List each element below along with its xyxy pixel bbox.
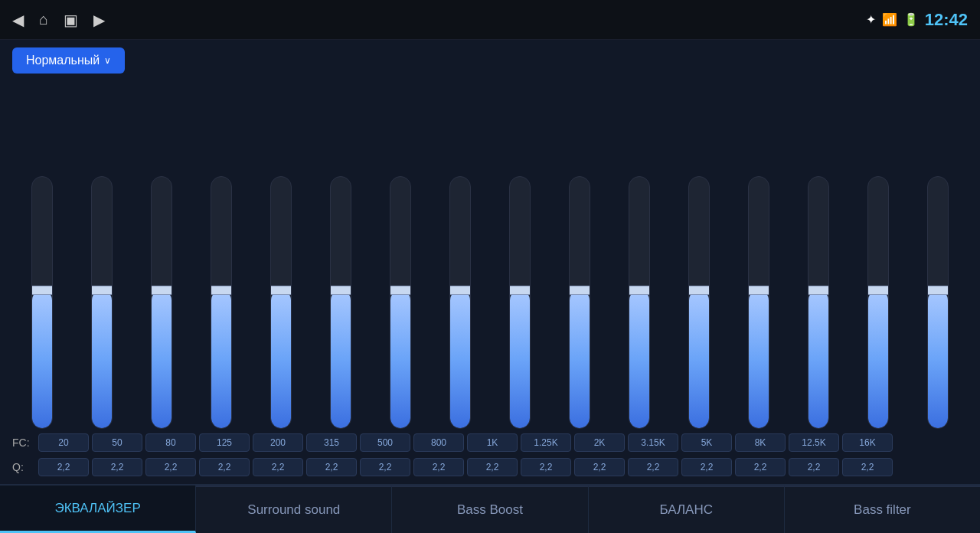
bottom-tabs: ЭКВАЛАЙЗЕРSurround soundBass BoostБАЛАНС…	[0, 484, 980, 533]
slider-col-3.15K	[688, 176, 710, 429]
fc-badge-1K[interactable]: 1K	[467, 433, 518, 452]
nav-icons: ◀ ⌂ ▣ ▶	[12, 11, 105, 29]
tab-bassboost[interactable]: Bass Boost	[392, 486, 588, 533]
slider-track-200[interactable]	[270, 176, 292, 429]
tab-surround[interactable]: Surround sound	[196, 486, 392, 533]
q-badge-1K[interactable]: 2,2	[467, 458, 518, 476]
slider-col-200	[270, 176, 292, 429]
window-icon[interactable]: ▣	[64, 11, 78, 29]
slider-track-125[interactable]	[211, 176, 232, 429]
q-badge-8K[interactable]: 2,2	[735, 458, 786, 476]
fc-row: FC: 2050801252003155008001K1.25K2K3.15K5…	[12, 433, 968, 452]
q-badges: 2,22,22,22,22,22,22,22,22,22,22,22,22,22…	[38, 458, 893, 476]
fc-badge-3.15K[interactable]: 3.15K	[628, 433, 678, 452]
fc-badge-2K[interactable]: 2K	[574, 433, 625, 452]
q-row: Q: 2,22,22,22,22,22,22,22,22,22,22,22,22…	[12, 458, 968, 476]
slider-track-500[interactable]	[390, 176, 411, 429]
q-badge-80[interactable]: 2,2	[145, 458, 196, 476]
slider-fill-1K	[510, 290, 530, 428]
slider-col-80	[151, 176, 172, 429]
slider-thumb-5K[interactable]	[748, 286, 769, 295]
q-badge-200[interactable]: 2,2	[253, 458, 303, 476]
slider-thumb-125[interactable]	[211, 286, 232, 295]
slider-track-12.5K[interactable]	[867, 176, 889, 429]
preset-chevron: ∨	[104, 55, 111, 66]
slider-thumb-80[interactable]	[151, 286, 172, 295]
preset-label: Нормальный	[26, 54, 100, 67]
q-badge-125[interactable]: 2,2	[199, 458, 250, 476]
slider-col-500	[390, 176, 411, 429]
q-badge-20[interactable]: 2,2	[38, 458, 89, 476]
slider-thumb-1.25K[interactable]	[569, 286, 590, 295]
fc-badge-1.25K[interactable]: 1.25K	[521, 433, 571, 452]
fc-badge-12.5K[interactable]: 12.5K	[789, 433, 839, 452]
slider-col-5K	[748, 176, 769, 429]
slider-fill-3.15K	[689, 290, 709, 428]
slider-track-315[interactable]	[330, 176, 351, 429]
slider-track-5K[interactable]	[748, 176, 769, 429]
tab-bassfilter[interactable]: Bass filter	[785, 486, 980, 533]
back-icon[interactable]: ◀	[12, 11, 24, 29]
q-badge-1.25K[interactable]: 2,2	[521, 458, 571, 476]
q-badge-500[interactable]: 2,2	[360, 458, 410, 476]
slider-thumb-500[interactable]	[390, 286, 411, 295]
tab-equalizer[interactable]: ЭКВАЛАЙЗЕР	[0, 486, 196, 533]
slider-thumb-315[interactable]	[330, 286, 351, 295]
slider-track-16K[interactable]	[927, 176, 949, 429]
fc-badge-16K[interactable]: 16K	[842, 433, 893, 452]
slider-fill-80	[152, 290, 172, 428]
q-badge-315[interactable]: 2,2	[306, 458, 357, 476]
slider-thumb-8K[interactable]	[808, 286, 829, 295]
fc-badge-50[interactable]: 50	[92, 433, 142, 452]
slider-track-20[interactable]	[31, 176, 53, 429]
main-area: Нормальный ∨ FC: 2050801252003155008001K…	[0, 40, 980, 484]
slider-col-12.5K	[867, 176, 889, 429]
slider-fill-2K	[629, 290, 649, 428]
q-label: Q:	[12, 461, 35, 473]
fc-badge-80[interactable]: 80	[145, 433, 196, 452]
fc-badge-125[interactable]: 125	[199, 433, 250, 452]
slider-thumb-200[interactable]	[270, 286, 292, 295]
slider-thumb-12.5K[interactable]	[867, 286, 889, 295]
slider-thumb-16K[interactable]	[927, 286, 949, 295]
slider-fill-5K	[749, 290, 769, 428]
home-icon[interactable]: ⌂	[39, 11, 48, 28]
slider-track-1.25K[interactable]	[569, 176, 590, 429]
fc-badge-200[interactable]: 200	[253, 433, 303, 452]
q-badge-50[interactable]: 2,2	[92, 458, 142, 476]
slider-track-2K[interactable]	[629, 176, 650, 429]
slider-track-1K[interactable]	[509, 176, 531, 429]
slider-col-1K	[509, 176, 531, 429]
slider-thumb-1K[interactable]	[509, 286, 531, 295]
play-icon[interactable]: ▶	[93, 11, 105, 29]
fc-badges: 2050801252003155008001K1.25K2K3.15K5K8K1…	[38, 433, 893, 452]
slider-thumb-50[interactable]	[91, 286, 113, 295]
slider-fill-1.25K	[570, 290, 590, 428]
fc-badge-500[interactable]: 500	[360, 433, 410, 452]
q-badge-16K[interactable]: 2,2	[842, 458, 893, 476]
fc-badge-315[interactable]: 315	[306, 433, 357, 452]
fc-badge-20[interactable]: 20	[38, 433, 89, 452]
tab-balance[interactable]: БАЛАНС	[589, 486, 785, 533]
slider-track-3.15K[interactable]	[688, 176, 710, 429]
bluetooth-icon: ✦	[866, 12, 876, 27]
slider-track-800[interactable]	[449, 176, 471, 429]
q-badge-2K[interactable]: 2,2	[574, 458, 625, 476]
slider-thumb-3.15K[interactable]	[688, 286, 710, 295]
slider-fill-200	[271, 290, 291, 428]
wifi-icon: 📶	[882, 12, 897, 27]
fc-badge-8K[interactable]: 8K	[735, 433, 786, 452]
slider-thumb-2K[interactable]	[629, 286, 650, 295]
fc-badge-5K[interactable]: 5K	[681, 433, 732, 452]
slider-track-80[interactable]	[151, 176, 172, 429]
slider-thumb-20[interactable]	[31, 286, 53, 295]
preset-button[interactable]: Нормальный ∨	[12, 47, 125, 74]
q-badge-800[interactable]: 2,2	[413, 458, 464, 476]
slider-thumb-800[interactable]	[449, 286, 471, 295]
slider-track-8K[interactable]	[808, 176, 829, 429]
q-badge-5K[interactable]: 2,2	[681, 458, 732, 476]
fc-badge-800[interactable]: 800	[413, 433, 464, 452]
slider-track-50[interactable]	[91, 176, 113, 429]
q-badge-3.15K[interactable]: 2,2	[628, 458, 678, 476]
q-badge-12.5K[interactable]: 2,2	[789, 458, 839, 476]
